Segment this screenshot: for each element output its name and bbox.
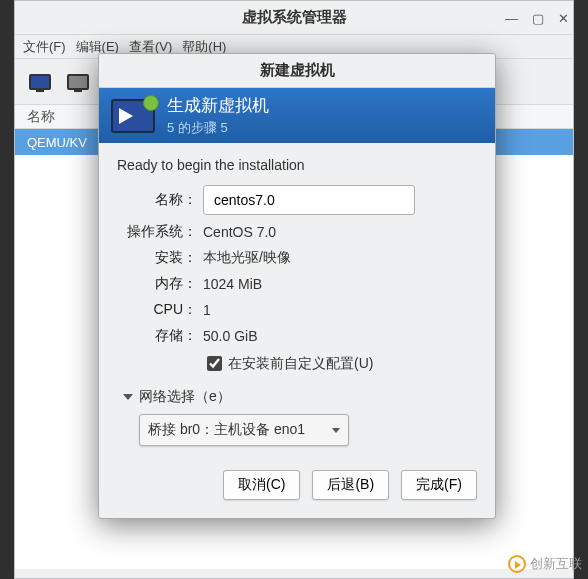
- maximize-button[interactable]: ▢: [532, 11, 544, 26]
- label-storage: 存储：: [117, 327, 197, 345]
- finish-button[interactable]: 完成(F): [401, 470, 477, 500]
- cancel-button[interactable]: 取消(C): [223, 470, 300, 500]
- close-button[interactable]: ✕: [558, 11, 569, 26]
- watermark: 创新互联: [508, 555, 582, 573]
- label-install: 安装：: [117, 249, 197, 267]
- dialog-titlebar: 新建虚拟机: [99, 54, 495, 88]
- network-selected-value: 桥接 br0：主机设备 eno1: [148, 421, 305, 439]
- value-memory: 1024 MiB: [203, 276, 477, 292]
- label-cpu: CPU：: [117, 301, 197, 319]
- open-vm-toolbar-button[interactable]: [61, 65, 95, 99]
- value-cpu: 1: [203, 302, 477, 318]
- customize-checkbox-row[interactable]: 在安装前自定义配置(U): [203, 353, 477, 374]
- monitor-icon: [29, 74, 51, 90]
- network-expander-label: 网络选择（e）: [139, 388, 231, 406]
- label-memory: 内存：: [117, 275, 197, 293]
- ready-text: Ready to begin the installation: [117, 157, 477, 173]
- chevron-down-icon: [123, 394, 133, 400]
- value-storage: 50.0 GiB: [203, 328, 477, 344]
- customize-label: 在安装前自定义配置(U): [228, 355, 373, 373]
- value-os: CentOS 7.0: [203, 224, 477, 240]
- label-os: 操作系统：: [117, 223, 197, 241]
- new-vm-toolbar-button[interactable]: [23, 65, 57, 99]
- customize-checkbox[interactable]: [207, 356, 222, 371]
- main-title: 虚拟系统管理器: [242, 8, 347, 27]
- create-vm-icon: [111, 99, 155, 133]
- chevron-down-icon: [332, 428, 340, 433]
- label-name: 名称：: [117, 191, 197, 209]
- network-expander[interactable]: 网络选择（e）: [123, 388, 477, 406]
- watermark-icon: [508, 555, 526, 573]
- dialog-header: 生成新虚拟机 5 的步骤 5: [99, 88, 495, 143]
- new-vm-dialog: 新建虚拟机 生成新虚拟机 5 的步骤 5 Ready to begin the …: [98, 53, 496, 519]
- dialog-heading: 生成新虚拟机: [167, 94, 269, 117]
- back-button[interactable]: 后退(B): [312, 470, 389, 500]
- monitor-icon: [67, 74, 89, 90]
- window-controls: — ▢ ✕: [505, 1, 569, 35]
- dialog-buttons: 取消(C) 后退(B) 完成(F): [99, 456, 495, 518]
- minimize-button[interactable]: —: [505, 11, 518, 26]
- dialog-step: 5 的步骤 5: [167, 119, 269, 137]
- network-select[interactable]: 桥接 br0：主机设备 eno1: [139, 414, 349, 446]
- watermark-text: 创新互联: [530, 555, 582, 573]
- value-install: 本地光驱/映像: [203, 249, 477, 267]
- dialog-body: Ready to begin the installation 名称： 操作系统…: [99, 143, 495, 456]
- main-titlebar: 虚拟系统管理器 — ▢ ✕: [15, 1, 573, 35]
- vm-name-input[interactable]: [203, 185, 415, 215]
- menu-file[interactable]: 文件(F): [23, 38, 66, 56]
